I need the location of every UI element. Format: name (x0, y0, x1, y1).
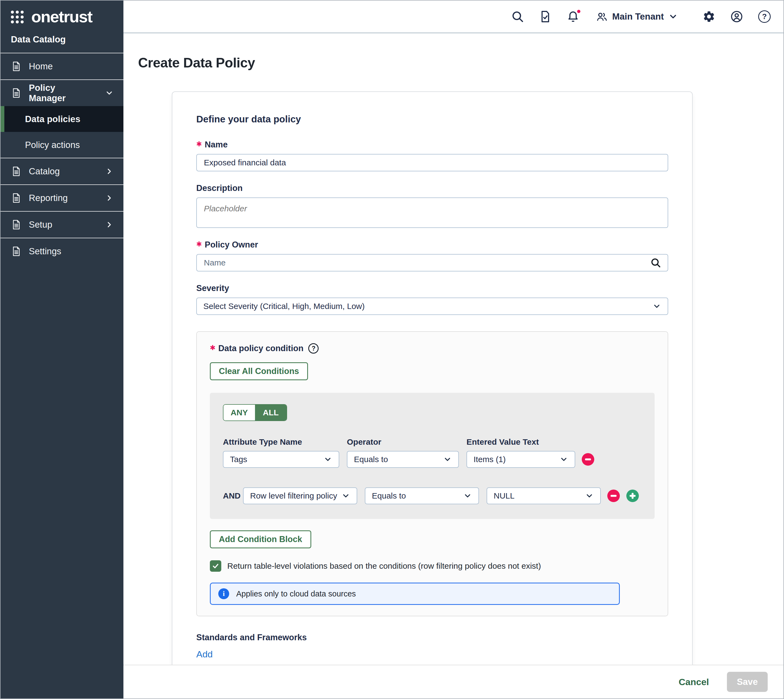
topbar: Main Tenant ? (123, 0, 784, 33)
name-label: ✱ Name (196, 140, 668, 149)
sidebar-item-policy-actions[interactable]: Policy actions (0, 132, 123, 158)
policy-owner-field-group: ✱ Policy Owner (196, 240, 668, 272)
document-check-icon[interactable] (539, 10, 552, 23)
name-input[interactable] (196, 154, 668, 171)
chevron-right-icon (105, 167, 114, 176)
severity-select[interactable]: Select Severity (Critical, High, Medium,… (196, 298, 668, 315)
sidebar-item-home[interactable]: Home (0, 53, 123, 80)
search-icon[interactable] (650, 257, 661, 268)
checkbox-checked[interactable] (210, 560, 221, 572)
chevron-down-icon (585, 492, 594, 500)
attribute-select[interactable]: Tags (223, 451, 339, 468)
chevron-down-icon (463, 492, 472, 500)
condition-help-icon[interactable]: ? (308, 343, 319, 354)
document-icon (11, 88, 22, 98)
chevron-down-icon (652, 302, 661, 311)
sidebar-item-settings[interactable]: Settings (0, 238, 123, 264)
search-icon[interactable] (511, 10, 524, 23)
section-title: Define your data policy (196, 114, 668, 124)
document-icon (11, 166, 22, 177)
chevron-down-icon (668, 12, 678, 22)
description-field-group: Description (196, 183, 668, 228)
cancel-button[interactable]: Cancel (679, 677, 709, 687)
sidebar-item-label: Policy Manager (29, 83, 91, 103)
remove-condition-icon[interactable] (607, 490, 620, 502)
onetrust-wordmark: onetrust (31, 9, 92, 25)
chevron-right-icon (105, 220, 114, 229)
value-select[interactable]: NULL (486, 487, 601, 504)
help-icon[interactable]: ? (758, 10, 771, 23)
sidebar-item-label: Reporting (29, 193, 68, 203)
chevron-down-icon (559, 455, 568, 464)
condition-row: Tags Equals to Items (1) (223, 451, 642, 468)
required-asterisk: ✱ (196, 240, 202, 248)
sidebar-item-label: Data policies (25, 114, 81, 124)
tenant-people-icon (596, 11, 608, 23)
add-condition-block-button[interactable]: Add Condition Block (210, 530, 311, 548)
column-header: Attribute Type Name (223, 437, 347, 447)
document-icon (11, 219, 22, 230)
attribute-select[interactable]: Row level filtering policy (243, 487, 357, 504)
content: Create Data Policy Define your data poli… (123, 33, 784, 665)
sidebar-item-label: Setup (29, 219, 52, 230)
condition-label: ✱ Data policy condition (210, 343, 303, 353)
info-icon: i (218, 588, 229, 599)
document-icon (11, 192, 22, 204)
gear-icon[interactable] (703, 10, 716, 23)
onetrust-logo[interactable]: onetrust (0, 0, 123, 28)
chevron-down-icon (105, 89, 114, 98)
description-input[interactable] (196, 197, 668, 228)
severity-label: Severity (196, 283, 668, 293)
standards-label: Standards and Frameworks (196, 633, 668, 643)
footer-actions: Cancel Save (123, 665, 784, 699)
sidebar-item-label: Settings (29, 246, 61, 257)
toggle-any[interactable]: ANY (223, 405, 255, 421)
sidebar-item-label: Catalog (29, 166, 60, 177)
description-label: Description (196, 183, 668, 193)
chevron-right-icon (105, 194, 114, 202)
checkbox-label: Return table-level violations based on t… (227, 562, 541, 571)
sidebar: onetrust Data Catalog Home Policy Manage… (0, 0, 123, 699)
clear-all-conditions-button[interactable]: Clear All Conditions (210, 362, 308, 380)
required-asterisk: ✱ (210, 343, 215, 352)
chevron-down-icon (324, 455, 332, 464)
operator-select[interactable]: Equals to (365, 487, 479, 504)
toggle-all[interactable]: ALL (255, 405, 286, 421)
table-level-violations-option: Return table-level violations based on t… (210, 560, 655, 572)
notifications-bell-icon[interactable] (567, 10, 580, 23)
value-select[interactable]: Items (1) (466, 451, 575, 468)
notification-badge (576, 9, 581, 14)
standards-section: Standards and Frameworks Add (196, 633, 668, 659)
conjunction-label: AND (223, 491, 239, 500)
name-field-group: ✱ Name (196, 140, 668, 171)
sidebar-item-policy-manager[interactable]: Policy Manager (0, 80, 123, 106)
onetrust-dots-icon (11, 11, 24, 23)
tenant-switcher[interactable]: Main Tenant (596, 11, 678, 23)
sidebar-item-data-policies[interactable]: Data policies (0, 106, 123, 132)
sidebar-item-setup[interactable]: Setup (0, 212, 123, 238)
save-button[interactable]: Save (727, 672, 768, 692)
condition-column-headers: Attribute Type Name Operator Entered Val… (223, 437, 642, 447)
account-icon[interactable] (730, 10, 743, 23)
info-banner-text: Applies only to cloud data sources (236, 590, 356, 598)
tenant-label: Main Tenant (612, 12, 664, 22)
page-title: Create Data Policy (138, 55, 784, 71)
chevron-down-icon (341, 492, 350, 500)
sidebar-item-reporting[interactable]: Reporting (0, 185, 123, 211)
column-header: Entered Value Text (466, 437, 539, 447)
product-label: Data Catalog (0, 28, 123, 53)
condition-block: ANY ALL Attribute Type Name Operator Ent… (210, 393, 655, 519)
operator-select[interactable]: Equals to (347, 451, 459, 468)
sidebar-item-catalog[interactable]: Catalog (0, 158, 123, 184)
severity-field-group: Severity Select Severity (Critical, High… (196, 283, 668, 315)
info-banner: i Applies only to cloud data sources (210, 583, 620, 605)
main-area: Main Tenant ? Create Data Policy Define … (123, 0, 784, 699)
column-header: Operator (347, 437, 466, 447)
standards-add-link[interactable]: Add (196, 649, 213, 659)
policy-owner-input[interactable] (196, 254, 668, 272)
add-condition-icon[interactable] (626, 490, 639, 502)
sidebar-item-label: Home (29, 61, 53, 71)
remove-condition-icon[interactable] (582, 453, 594, 465)
chevron-down-icon (443, 455, 452, 464)
sidebar-item-label: Policy actions (25, 140, 80, 150)
